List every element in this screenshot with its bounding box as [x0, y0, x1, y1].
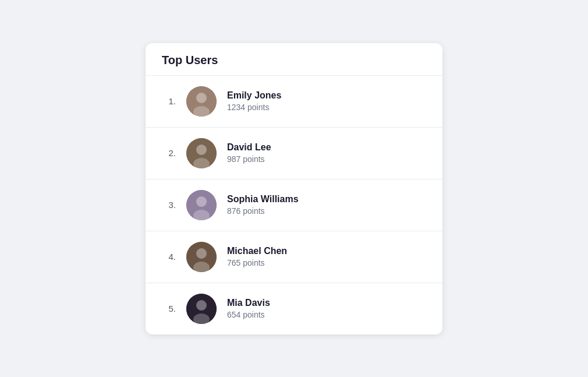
svg-point-13 — [196, 300, 207, 311]
user-info: Mia Davis654 points — [227, 298, 270, 319]
user-list: 1. Emily Jones1234 points2. David Lee987… — [146, 76, 442, 334]
rank-number: 2. — [162, 148, 176, 158]
top-users-card: Top Users 1. Emily Jones1234 points2. Da… — [146, 43, 442, 334]
svg-point-1 — [196, 93, 207, 103]
user-info: Emily Jones1234 points — [227, 90, 281, 112]
user-row[interactable]: 1. Emily Jones1234 points — [146, 76, 442, 128]
user-name: Mia Davis — [227, 298, 270, 308]
user-row[interactable]: 5. Mia Davis654 points — [146, 283, 442, 334]
svg-point-10 — [196, 248, 207, 259]
user-points: 1234 points — [227, 103, 281, 112]
card-header: Top Users — [146, 43, 442, 76]
svg-point-4 — [196, 145, 207, 155]
user-name: David Lee — [227, 142, 271, 153]
rank-number: 1. — [162, 96, 176, 106]
avatar — [186, 138, 217, 168]
avatar — [186, 294, 217, 324]
avatar — [186, 86, 217, 117]
user-points: 987 points — [227, 154, 271, 164]
user-name: Sophia Williams — [227, 194, 299, 205]
user-points: 876 points — [227, 206, 299, 216]
card-title: Top Users — [162, 54, 218, 66]
svg-point-7 — [196, 196, 207, 207]
user-name: Michael Chen — [227, 246, 287, 256]
user-row[interactable]: 3. Sophia Williams876 points — [146, 179, 442, 231]
rank-number: 5. — [162, 304, 176, 313]
rank-number: 3. — [162, 200, 176, 210]
avatar — [186, 242, 217, 272]
user-name: Emily Jones — [227, 90, 281, 101]
user-row[interactable]: 2. David Lee987 points — [146, 128, 442, 179]
user-points: 765 points — [227, 258, 287, 267]
user-info: David Lee987 points — [227, 142, 271, 164]
avatar — [186, 190, 217, 220]
rank-number: 4. — [162, 252, 176, 262]
user-row[interactable]: 4. Michael Chen765 points — [146, 231, 442, 283]
user-info: Michael Chen765 points — [227, 246, 287, 267]
user-info: Sophia Williams876 points — [227, 194, 299, 216]
user-points: 654 points — [227, 310, 270, 319]
